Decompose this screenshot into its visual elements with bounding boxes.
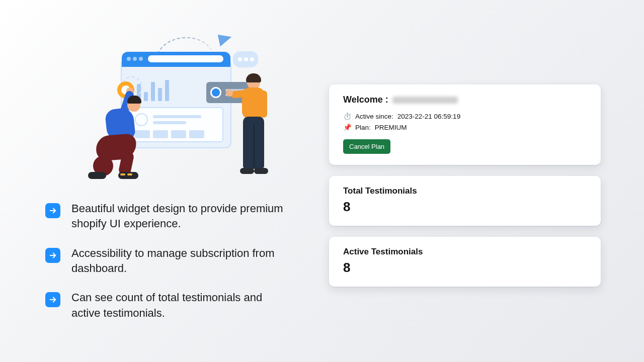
stopwatch-icon: ⏱️ bbox=[343, 112, 351, 120]
cancel-plan-button[interactable]: Cancel Plan bbox=[343, 139, 390, 154]
feature-text: Beautiful widget design to provide premi… bbox=[71, 201, 288, 232]
person-standing-illustration bbox=[240, 75, 280, 181]
welcome-label: Welcome : bbox=[343, 95, 388, 105]
feature-item: Beautiful widget design to provide premi… bbox=[45, 201, 302, 232]
plan-label: Plan: bbox=[355, 124, 371, 131]
paper-plane-icon bbox=[218, 32, 233, 47]
plan-row: 📌 Plan: PREMIUM bbox=[343, 123, 587, 131]
plan-value: PREMIUM bbox=[375, 124, 407, 131]
arrow-right-icon bbox=[45, 203, 60, 218]
active-since-label: Active since: bbox=[355, 113, 393, 120]
active-since-value: 2023-22-21 06:59:19 bbox=[397, 113, 460, 120]
feature-text: Can see count of total testimonials and … bbox=[71, 290, 288, 321]
plan-icon: 📌 bbox=[343, 123, 351, 131]
feature-text: Accessibility to manage subscrip­tion fr… bbox=[71, 246, 288, 277]
person-kneeling-illustration bbox=[85, 92, 155, 179]
speech-bubble-icon bbox=[233, 51, 258, 67]
arrow-right-icon bbox=[45, 248, 60, 263]
active-testimonials-card: Active Testimonials 8 bbox=[329, 237, 601, 287]
dashboard-right-pane: Welcome : ⏱️ Active since: 2023-22-21 06… bbox=[329, 84, 601, 298]
arrow-right-icon bbox=[45, 292, 60, 307]
feature-item: Accessibility to manage subscrip­tion fr… bbox=[45, 246, 302, 277]
marketing-left-pane: Beautiful widget design to provide premi… bbox=[45, 30, 302, 335]
feature-list: Beautiful widget design to provide premi… bbox=[45, 201, 302, 321]
welcome-card: Welcome : ⏱️ Active since: 2023-22-21 06… bbox=[329, 84, 601, 165]
active-testimonials-value: 8 bbox=[343, 260, 587, 276]
total-testimonials-card: Total Testimonials 8 bbox=[329, 176, 601, 226]
active-since-row: ⏱️ Active since: 2023-22-21 06:59:19 bbox=[343, 112, 587, 120]
hero-illustration bbox=[83, 30, 264, 181]
store-name-redacted bbox=[392, 97, 458, 104]
active-testimonials-label: Active Testimonials bbox=[343, 247, 587, 257]
total-testimonials-label: Total Testimonials bbox=[343, 186, 587, 196]
feature-item: Can see count of total testimonials and … bbox=[45, 290, 302, 321]
total-testimonials-value: 8 bbox=[343, 199, 587, 215]
